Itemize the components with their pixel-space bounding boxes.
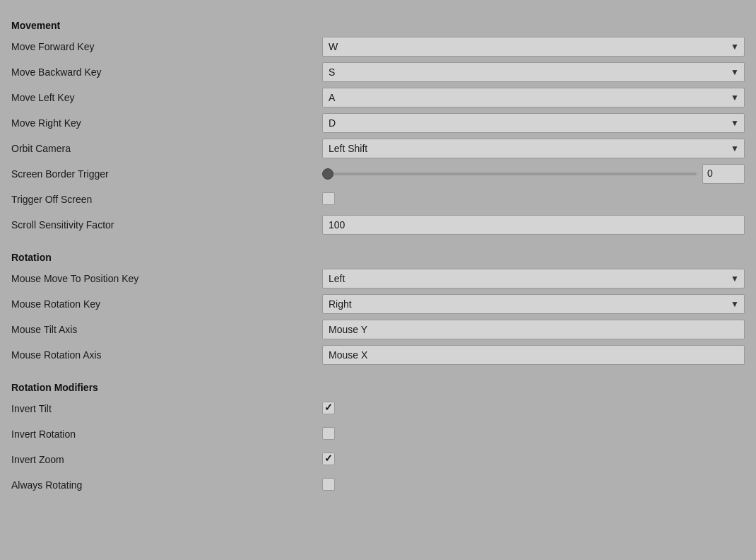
label-orbit-camera: Orbit Camera <box>11 143 322 154</box>
control-mouse-rotation-axis <box>322 345 745 365</box>
checkbox-invert-tilt[interactable] <box>322 402 335 414</box>
control-mouse-move-to-position-key: Left Right Middle ▼ <box>322 269 745 288</box>
control-always-rotating <box>322 478 745 493</box>
row-invert-tilt: Invert Tilt <box>11 396 745 421</box>
checkbox-invert-rotation[interactable] <box>322 427 335 440</box>
row-trigger-off-screen: Trigger Off Screen <box>11 187 745 212</box>
control-scroll-sensitivity-factor <box>322 215 745 235</box>
control-invert-tilt <box>322 402 745 416</box>
row-orbit-camera: Orbit Camera Left Shift Right Shift Left… <box>11 136 745 161</box>
control-mouse-tilt-axis <box>322 320 745 339</box>
row-move-backward-key: Move Backward Key S Down NumPad2 ▼ <box>11 59 745 85</box>
control-trigger-off-screen <box>322 192 745 207</box>
control-move-right-key: D Right NumPad6 ▼ <box>322 113 745 133</box>
dropdown-move-left-key[interactable]: A Left NumPad4 <box>322 88 745 107</box>
row-mouse-move-to-position-key: Mouse Move To Position Key Left Right Mi… <box>11 266 745 291</box>
row-invert-rotation: Invert Rotation <box>11 421 745 447</box>
row-mouse-rotation-axis: Mouse Rotation Axis <box>11 342 745 368</box>
control-mouse-rotation-key: Right Left Middle ▼ <box>322 294 745 314</box>
dropdown-mouse-move-to-position-key[interactable]: Left Right Middle <box>322 269 745 288</box>
control-invert-rotation <box>322 427 745 442</box>
label-screen-border-trigger: Screen Border Trigger <box>11 168 322 180</box>
input-mouse-rotation-axis[interactable] <box>322 345 745 365</box>
control-invert-zoom <box>322 453 745 467</box>
slider-screen-border-trigger[interactable] <box>322 173 697 175</box>
row-scroll-sensitivity-factor: Scroll Sensitivity Factor <box>11 212 745 238</box>
control-move-backward-key: S Down NumPad2 ▼ <box>322 62 745 82</box>
input-mouse-tilt-axis[interactable] <box>322 320 745 339</box>
label-mouse-rotation-key: Mouse Rotation Key <box>11 298 322 310</box>
label-mouse-move-to-position-key: Mouse Move To Position Key <box>11 273 322 284</box>
dropdown-move-backward-key[interactable]: S Down NumPad2 <box>322 62 745 82</box>
dropdown-move-right-key[interactable]: D Right NumPad6 <box>322 113 745 133</box>
row-move-right-key: Move Right Key D Right NumPad6 ▼ <box>11 110 745 136</box>
dropdown-orbit-camera[interactable]: Left Shift Right Shift Left Ctrl <box>322 139 745 158</box>
label-always-rotating: Always Rotating <box>11 479 322 491</box>
row-screen-border-trigger: Screen Border Trigger 0 <box>11 161 745 187</box>
row-mouse-tilt-axis: Mouse Tilt Axis <box>11 317 745 342</box>
dropdown-wrapper-mouse-rotation-key: Right Left Middle ▼ <box>322 294 745 314</box>
slider-row-screen-border-trigger: 0 <box>322 164 745 184</box>
settings-panel: Movement Move Forward Key W Up NumPad8 ▼… <box>11 20 745 498</box>
control-screen-border-trigger: 0 <box>322 164 745 184</box>
row-move-forward-key: Move Forward Key W Up NumPad8 ▼ <box>11 34 745 59</box>
dropdown-wrapper-mouse-move-to-position-key: Left Right Middle ▼ <box>322 269 745 288</box>
checkbox-trigger-off-screen[interactable] <box>322 192 335 205</box>
dropdown-wrapper-move-right-key: D Right NumPad6 ▼ <box>322 113 745 133</box>
row-invert-zoom: Invert Zoom <box>11 447 745 472</box>
dropdown-wrapper-orbit-camera: Left Shift Right Shift Left Ctrl ▼ <box>322 139 745 158</box>
dropdown-mouse-rotation-key[interactable]: Right Left Middle <box>322 294 745 314</box>
rotation-section-header: Rotation <box>11 252 745 263</box>
dropdown-wrapper-move-forward-key: W Up NumPad8 ▼ <box>322 37 745 57</box>
checkbox-invert-zoom[interactable] <box>322 453 335 465</box>
label-invert-tilt: Invert Tilt <box>11 403 322 414</box>
checkbox-always-rotating[interactable] <box>322 478 335 491</box>
label-move-backward-key: Move Backward Key <box>11 66 322 78</box>
row-always-rotating: Always Rotating <box>11 472 745 498</box>
label-trigger-off-screen: Trigger Off Screen <box>11 194 322 205</box>
slider-value-screen-border-trigger: 0 <box>702 164 745 184</box>
control-orbit-camera: Left Shift Right Shift Left Ctrl ▼ <box>322 139 745 158</box>
label-scroll-sensitivity-factor: Scroll Sensitivity Factor <box>11 219 322 231</box>
row-move-left-key: Move Left Key A Left NumPad4 ▼ <box>11 85 745 110</box>
movement-section-header: Movement <box>11 20 745 31</box>
control-move-left-key: A Left NumPad4 ▼ <box>322 88 745 107</box>
label-move-left-key: Move Left Key <box>11 92 322 103</box>
label-mouse-rotation-axis: Mouse Rotation Axis <box>11 349 322 361</box>
input-scroll-sensitivity-factor[interactable] <box>322 215 745 235</box>
label-move-forward-key: Move Forward Key <box>11 41 322 52</box>
label-move-right-key: Move Right Key <box>11 117 322 129</box>
label-invert-rotation: Invert Rotation <box>11 428 322 440</box>
dropdown-wrapper-move-backward-key: S Down NumPad2 ▼ <box>322 62 745 82</box>
dropdown-move-forward-key[interactable]: W Up NumPad8 <box>322 37 745 57</box>
control-move-forward-key: W Up NumPad8 ▼ <box>322 37 745 57</box>
row-mouse-rotation-key: Mouse Rotation Key Right Left Middle ▼ <box>11 291 745 317</box>
rotation-modifiers-section-header: Rotation Modifiers <box>11 382 745 393</box>
label-invert-zoom: Invert Zoom <box>11 454 322 465</box>
label-mouse-tilt-axis: Mouse Tilt Axis <box>11 324 322 335</box>
dropdown-wrapper-move-left-key: A Left NumPad4 ▼ <box>322 88 745 107</box>
